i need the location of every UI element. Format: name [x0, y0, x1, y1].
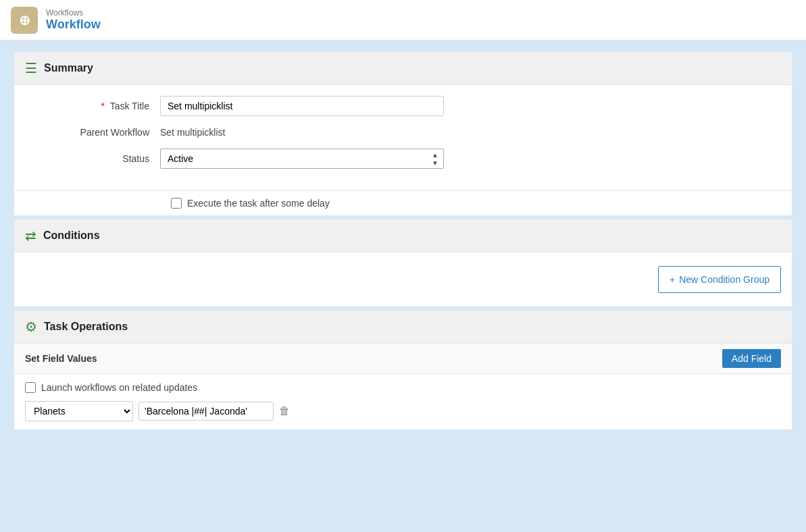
app-icon: ⊕ — [11, 7, 38, 34]
task-operations-section: ⚙ Task Operations Set Field Values Add F… — [14, 310, 792, 430]
status-label: Status — [25, 153, 160, 164]
launch-workflows-row: Launch workflows on related updates — [25, 382, 781, 393]
task-ops-icon: ⚙ — [25, 319, 37, 335]
parent-workflow-label: Parent Workflow — [25, 127, 160, 138]
conditions-icon: ⇄ — [25, 228, 36, 244]
conditions-title: Conditions — [43, 230, 100, 242]
launch-workflows-checkbox[interactable] — [25, 382, 36, 393]
launch-workflows-label: Launch workflows on related updates — [41, 382, 197, 393]
required-star: * — [101, 101, 105, 111]
summary-section: ☰ Summary * Task Title Parent Workflow S… — [14, 51, 792, 216]
delay-checkbox-label: Execute the task after some delay — [187, 198, 330, 209]
conditions-section-header: ⇄ Conditions — [14, 219, 792, 252]
parent-workflow-row: Parent Workflow Set multipicklist — [14, 127, 792, 138]
top-bar: ⊕ Workflows Workflow — [0, 0, 806, 41]
main-content: ☰ Summary * Task Title Parent Workflow S… — [0, 41, 806, 441]
new-condition-group-button[interactable]: + New Condition Group — [658, 266, 781, 293]
field-row: Planets 🗑 — [25, 401, 781, 421]
top-bar-parent-label: Workflows — [46, 8, 101, 18]
task-title-row: * Task Title — [14, 96, 792, 116]
top-bar-title: Workflow — [46, 18, 101, 32]
delay-checkbox[interactable] — [171, 198, 182, 209]
parent-workflow-value: Set multipicklist — [160, 127, 225, 138]
task-title-input[interactable] — [160, 96, 444, 116]
status-select[interactable]: Active Inactive — [160, 149, 444, 169]
summary-title: Summary — [44, 62, 93, 74]
plus-icon: + — [670, 274, 675, 285]
task-ops-section-header: ⚙ Task Operations — [14, 311, 792, 344]
status-select-wrapper: Active Inactive ▲ ▼ — [160, 149, 444, 169]
summary-icon: ☰ — [25, 60, 37, 76]
app-icon-symbol: ⊕ — [19, 12, 30, 28]
top-bar-titles: Workflows Workflow — [46, 8, 101, 32]
delay-checkbox-row: Execute the task after some delay — [14, 190, 792, 215]
status-row: Status Active Inactive ▲ ▼ — [14, 149, 792, 169]
delete-icon[interactable]: 🗑 — [279, 405, 290, 417]
add-field-button[interactable]: Add Field — [722, 349, 781, 368]
task-ops-title: Task Operations — [44, 321, 128, 333]
field-value-input[interactable] — [138, 402, 274, 421]
new-condition-btn-label: New Condition Group — [679, 274, 770, 285]
summary-section-header: ☰ Summary — [14, 52, 792, 85]
field-select[interactable]: Planets — [25, 401, 133, 421]
task-ops-body: Launch workflows on related updates Plan… — [14, 374, 792, 429]
conditions-body: + New Condition Group — [14, 252, 792, 307]
task-ops-subheader: Set Field Values Add Field — [14, 344, 792, 374]
conditions-section: ⇄ Conditions + New Condition Group — [14, 219, 792, 307]
summary-body: * Task Title Parent Workflow Set multipi… — [14, 85, 792, 190]
set-field-values-label: Set Field Values — [25, 353, 97, 364]
task-title-label: * Task Title — [25, 101, 160, 111]
